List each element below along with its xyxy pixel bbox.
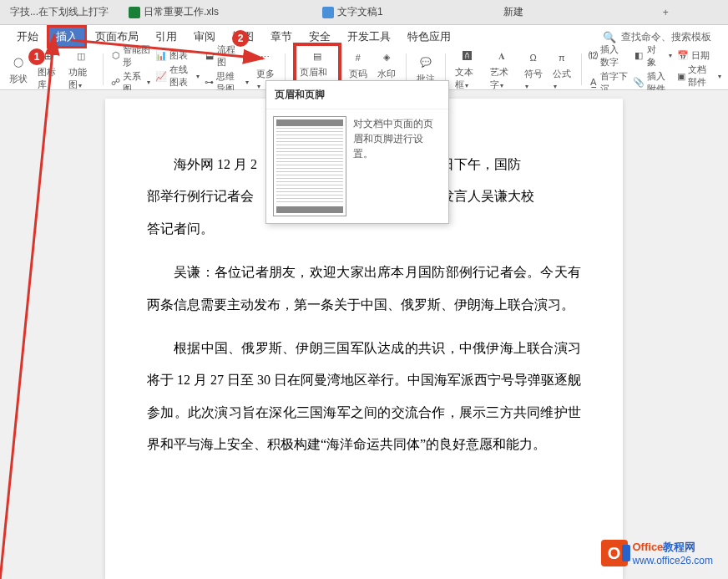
paragraph-3: 根据中国、俄罗斯、伊朗三国军队达成的共识，中俄伊海上联合演习将于 12 月 27…: [147, 333, 581, 461]
tab-3-label: 文字文稿1: [337, 5, 383, 19]
mindmap-icon: ⊶: [205, 77, 214, 89]
ribbon-symbol[interactable]: Ω 符号▾: [522, 48, 545, 91]
menu-insert[interactable]: 插入: [47, 25, 87, 48]
search-placeholder: 查找命令、搜索模板: [621, 30, 711, 44]
comment-icon: 💬: [417, 53, 435, 72]
watermark-url: www.office26.com: [633, 555, 714, 566]
docparts-icon: ▣: [677, 70, 685, 82]
chevron-down-icon: ▾: [525, 83, 528, 90]
onlinechart-icon: 📈: [155, 70, 167, 82]
chevron-down-icon: ▾: [718, 73, 721, 80]
menu-start[interactable]: 开始: [8, 26, 47, 48]
annotation-badge-1: 1: [28, 48, 45, 65]
ribbon-textbox[interactable]: 🅰 文本框▾: [452, 46, 482, 92]
tab-4[interactable]: 新建: [493, 1, 533, 23]
chevron-down-icon: ▾: [245, 52, 249, 59]
ribbon-insert-group: ⑿插入数字 A̲首字下沉: [589, 43, 628, 95]
relchart-icon: ☍: [111, 77, 120, 89]
symbol-icon: Ω: [524, 48, 543, 67]
ribbon-object[interactable]: ◧对象▾: [633, 43, 672, 69]
ribbon-wordart[interactable]: 𝐀 艺术字▾: [488, 46, 517, 92]
object-icon: ◧: [633, 50, 645, 62]
tab-2[interactable]: 日常重要工作.xls: [119, 1, 229, 23]
document-tabs: 字技...在下划线上打字 日常重要工作.xls 文字文稿1 新建 +: [0, 0, 728, 25]
textbox-icon: 🅰: [458, 47, 477, 65]
tab-1[interactable]: 字技...在下划线上打字: [0, 1, 119, 23]
smartshape-icon: ⬡: [111, 50, 120, 62]
chevron-down-icon: ▾: [196, 73, 200, 80]
chevron-down-icon: ▾: [245, 79, 249, 86]
tooltip-description: 对文档中页面的页眉和页脚进行设置。: [353, 116, 442, 216]
date-icon: 📅: [677, 50, 689, 62]
chart-icon: 📊: [155, 50, 167, 62]
firstcap-icon: A̲: [589, 77, 598, 89]
watermark-logo-icon: O: [601, 540, 628, 566]
chevron-down-icon: ▾: [554, 83, 557, 90]
chevron-down-icon: ▾: [147, 79, 150, 86]
headerfooter-tooltip: 页眉和页脚 对文档中页面的页眉和页脚进行设置。: [265, 80, 449, 224]
menu-dev[interactable]: 开发工具: [339, 26, 399, 48]
funcimg-icon: ◫: [72, 47, 90, 65]
annotation-badge-2: 2: [232, 30, 249, 47]
chevron-down-icon: ▾: [669, 52, 672, 59]
watermark-title: Office教程网: [633, 540, 714, 555]
ribbon-flowchart[interactable]: ⬓流程图▾: [205, 43, 249, 69]
insertnum-icon: ⑿: [589, 50, 598, 62]
tooltip-title: 页眉和页脚: [266, 81, 448, 109]
ribbon-smartshape[interactable]: ⬡智能图形: [111, 43, 150, 69]
chevron-down-icon: ▾: [465, 82, 468, 89]
ribbon-chart[interactable]: 📊图表: [155, 49, 200, 62]
menu-special[interactable]: 特色应用: [399, 26, 459, 48]
xls-icon: [129, 7, 140, 18]
ribbon-onlinechart[interactable]: 📈在线图表▾: [155, 63, 200, 89]
ribbon-formula[interactable]: π 公式▾: [550, 48, 574, 91]
ribbon-shape[interactable]: ◯ 形状: [7, 53, 30, 86]
chevron-down-icon: ▾: [500, 82, 503, 89]
doc-icon: [322, 7, 334, 18]
separator: [581, 53, 582, 85]
chevron-down-icon: ▾: [78, 82, 82, 89]
headerfooter-icon: ▤: [308, 47, 326, 65]
search-icon: 🔍: [603, 31, 616, 43]
flowchart-icon: ⬓: [205, 50, 215, 62]
more-icon: ⋯: [256, 48, 275, 67]
ribbon-docparts[interactable]: ▣文档部件▾: [677, 63, 721, 89]
ribbon-flow-group: ⬓流程图▾ ⊶思维导图▾: [205, 43, 249, 95]
search-area[interactable]: 🔍 查找命令、搜索模板: [603, 30, 728, 44]
tab-2-label: 日常重要工作.xls: [144, 5, 219, 19]
tab-4-label: 新建: [503, 5, 523, 19]
chevron-down-icon: ▾: [257, 83, 260, 90]
ribbon-date-group: 📅日期 ▣文档部件▾: [677, 49, 721, 89]
menu-reference[interactable]: 引用: [147, 26, 185, 48]
ribbon-chart-group2: 📊图表 📈在线图表▾: [155, 49, 200, 89]
ribbon-insertnum[interactable]: ⑿插入数字: [589, 43, 628, 69]
attach-icon: 📎: [633, 77, 645, 89]
separator: [103, 53, 104, 85]
tab-1-label: 字技...在下划线上打字: [10, 5, 109, 19]
ribbon-chart-group: ⬡智能图形 ☍关系图▾: [111, 43, 150, 95]
ribbon-date[interactable]: 📅日期: [677, 49, 721, 62]
paragraph-2: 吴谦：各位记者朋友，欢迎大家出席本月国防部例行记者会。今天有两条信息需要主动发布…: [147, 256, 581, 321]
watermark-icon: ◈: [377, 48, 396, 67]
formula-icon: π: [553, 48, 571, 67]
new-tab-button[interactable]: +: [650, 3, 681, 23]
site-watermark: O Office教程网 www.office26.com: [601, 540, 714, 566]
tooltip-preview-image: [273, 116, 346, 216]
tab-3[interactable]: 文字文稿1: [312, 1, 393, 23]
shape-icon: ◯: [9, 53, 28, 72]
ribbon-funcimg[interactable]: ◫ 功能图▾: [66, 46, 95, 92]
pagenum-icon: #: [349, 48, 367, 67]
ribbon-object-group: ◧对象▾ 📎插入附件: [633, 43, 672, 95]
wordart-icon: 𝐀: [493, 47, 511, 65]
